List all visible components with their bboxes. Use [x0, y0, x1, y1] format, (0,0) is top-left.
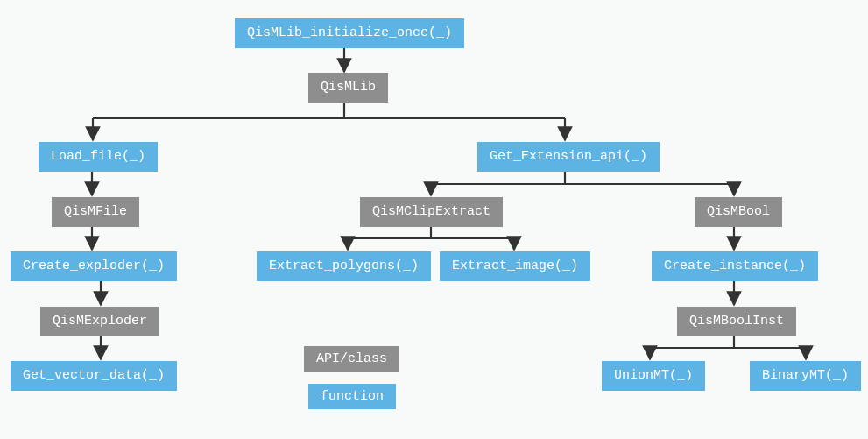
- node-qismbool: QisMBool: [695, 197, 782, 227]
- legend-class: API/class: [304, 346, 399, 372]
- node-loadfile: Load_file(_): [39, 142, 158, 172]
- legend-function: function: [308, 384, 396, 409]
- node-unionmt: UnionMT(_): [602, 361, 705, 391]
- node-binarymt: BinaryMT(_): [750, 361, 861, 391]
- node-createexp: Create_exploder(_): [11, 251, 177, 281]
- node-extpoly: Extract_polygons(_): [257, 251, 431, 281]
- node-extimg: Extract_image(_): [440, 251, 590, 281]
- node-exploder: QisMExploder: [40, 307, 159, 336]
- node-qismlib: QisMLib: [308, 73, 388, 103]
- node-init: QisMLib_initialize_once(_): [235, 18, 464, 48]
- node-boolinst: QisMBoolInst: [677, 307, 796, 336]
- node-getvec: Get_vector_data(_): [11, 361, 177, 391]
- node-clipext: QisMClipExtract: [360, 197, 503, 227]
- node-getext: Get_Extension_api(_): [477, 142, 660, 172]
- node-qismfile: QisMFile: [52, 197, 139, 227]
- node-createinst: Create_instance(_): [652, 251, 818, 281]
